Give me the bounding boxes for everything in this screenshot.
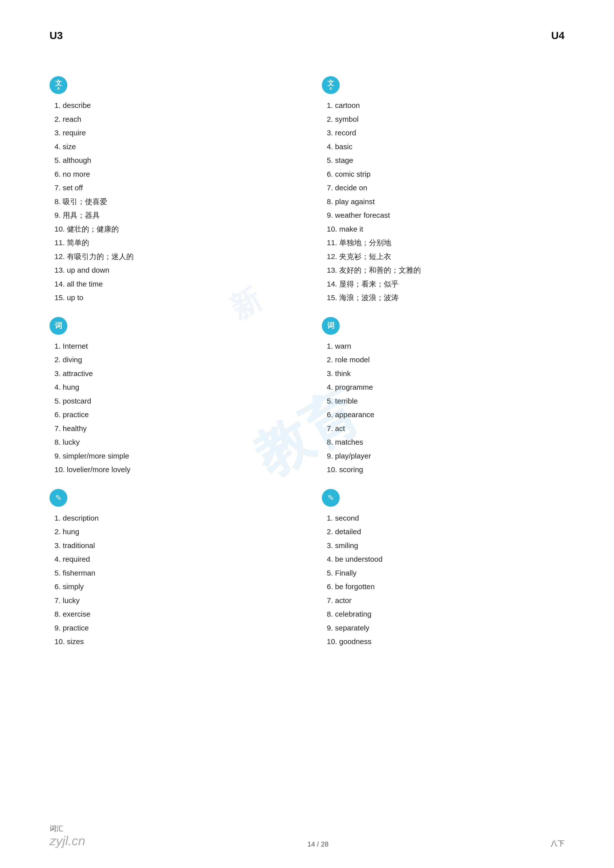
u3-pen-icon: ✎ <box>50 489 67 507</box>
list-item: 10. scoring <box>327 463 564 477</box>
list-item: 2. role model <box>327 353 564 367</box>
content-columns: 文 A 1. describe 2. reach 3. require 4. s… <box>50 76 564 661</box>
list-item: 4. size <box>54 140 292 153</box>
u3-section-audio: 文 A 1. describe 2. reach 3. require 4. s… <box>50 76 292 305</box>
u4-word-icon: 词 <box>322 317 340 335</box>
list-item: 11. 简单的 <box>54 236 292 250</box>
list-item: 7. actor <box>327 594 564 608</box>
col-u4: 文 A 1. cartoon 2. symbol 3. record 4. ba… <box>307 76 564 661</box>
u4-audio-icon: 文 A <box>322 76 340 94</box>
list-item: 8. celebrating <box>327 607 564 621</box>
footer-label: 词汇 <box>50 824 85 833</box>
list-item: 6. no more <box>54 167 292 181</box>
list-item: 7. healthy <box>54 422 292 436</box>
list-item: 1. describe <box>54 98 292 112</box>
list-item: 3. require <box>54 126 292 140</box>
list-item: 10. 健壮的；健康的 <box>54 222 292 236</box>
list-item: 2. hung <box>54 525 292 539</box>
list-item: 5. Finally <box>327 566 564 580</box>
u3-word-icon: 词 <box>50 317 67 335</box>
list-item: 3. traditional <box>54 539 292 553</box>
list-item: 2. diving <box>54 353 292 367</box>
list-item: 8. matches <box>327 435 564 449</box>
list-item: 4. hung <box>54 380 292 394</box>
list-item: 6. practice <box>54 408 292 422</box>
list-item: 1. Internet <box>54 339 292 353</box>
list-item: 8. play against <box>327 195 564 209</box>
u3-audio-icon: 文 A <box>50 76 67 94</box>
u4-section-word: 词 1. warn 2. role model 3. think 4. prog… <box>322 317 564 477</box>
list-item: 5. fisherman <box>54 566 292 580</box>
list-item: 7. set off <box>54 181 292 195</box>
list-item: 14. 显得；看来；似乎 <box>327 277 564 291</box>
list-item: 13. up and down <box>54 263 292 277</box>
footer-right: 八下 <box>550 839 564 848</box>
footer-page: 14 / 28 <box>307 840 328 848</box>
list-item: 8. exercise <box>54 607 292 621</box>
list-item: 3. attractive <box>54 367 292 381</box>
list-item: 5. postcard <box>54 394 292 408</box>
u4-pen-list: 1. second 2. detailed 3. smiling 4. be u… <box>322 511 564 648</box>
header-row: U3 U4 <box>50 30 564 56</box>
list-item: 9. separately <box>327 621 564 635</box>
list-item: 4. required <box>54 552 292 566</box>
list-item: 6. simply <box>54 580 292 594</box>
list-item: 8. 吸引；使喜爱 <box>54 195 292 209</box>
unit-title-u4: U4 <box>551 30 564 42</box>
list-item: 10. make it <box>327 222 564 236</box>
list-item: 10. lovelier/more lovely <box>54 463 292 477</box>
list-item: 10. sizes <box>54 635 292 648</box>
footer-watermark: zyjl.cn <box>50 833 85 848</box>
list-item: 3. smiling <box>327 539 564 553</box>
u3-pen-list: 1. description 2. hung 3. traditional 4.… <box>50 511 292 648</box>
list-item: 9. practice <box>54 621 292 635</box>
list-item: 11. 单独地；分别地 <box>327 236 564 250</box>
list-item: 2. detailed <box>327 525 564 539</box>
list-item: 9. simpler/more simple <box>54 449 292 463</box>
list-item: 6. be forgotten <box>327 580 564 594</box>
list-item: 3. think <box>327 367 564 381</box>
list-item: 7. lucky <box>54 594 292 608</box>
list-item: 7. decide on <box>327 181 564 195</box>
u4-audio-list: 1. cartoon 2. symbol 3. record 4. basic … <box>322 98 564 305</box>
u4-section-audio: 文 A 1. cartoon 2. symbol 3. record 4. ba… <box>322 76 564 305</box>
list-item: 4. basic <box>327 140 564 153</box>
list-item: 15. 海浪；波浪；波涛 <box>327 291 564 305</box>
list-item: 9. 用具；器具 <box>54 208 292 222</box>
list-item: 1. second <box>327 511 564 525</box>
u3-word-list: 1. Internet 2. diving 3. attractive 4. h… <box>50 339 292 477</box>
list-item: 5. stage <box>327 153 564 167</box>
list-item: 10. goodness <box>327 635 564 648</box>
list-item: 12. 夹克衫；短上衣 <box>327 250 564 264</box>
list-item: 2. reach <box>54 112 292 126</box>
u3-section-word: 词 1. Internet 2. diving 3. attractive 4.… <box>50 317 292 477</box>
list-item: 5. terrible <box>327 394 564 408</box>
list-item: 4. programme <box>327 380 564 394</box>
list-item: 7. act <box>327 422 564 436</box>
footer-left: 词汇 zyjl.cn <box>50 824 85 848</box>
list-item: 1. cartoon <box>327 98 564 112</box>
list-item: 4. be understood <box>327 552 564 566</box>
list-item: 5. although <box>54 153 292 167</box>
list-item: 9. weather forecast <box>327 208 564 222</box>
col-u3: 文 A 1. describe 2. reach 3. require 4. s… <box>50 76 307 661</box>
list-item: 1. description <box>54 511 292 525</box>
u4-word-list: 1. warn 2. role model 3. think 4. progra… <box>322 339 564 477</box>
list-item: 6. comic strip <box>327 167 564 181</box>
list-item: 9. play/player <box>327 449 564 463</box>
unit-title-u3: U3 <box>50 30 63 42</box>
u4-section-pen: ✎ 1. second 2. detailed 3. smiling 4. be… <box>322 489 564 648</box>
u4-pen-icon: ✎ <box>322 489 340 507</box>
list-item: 15. up to <box>54 291 292 305</box>
list-item: 14. all the time <box>54 277 292 291</box>
page: 教育 新 U3 U4 文 A 1. describe 2. reach 3. r… <box>0 0 614 868</box>
list-item: 12. 有吸引力的；迷人的 <box>54 250 292 264</box>
footer: 词汇 zyjl.cn 14 / 28 八下 <box>50 824 564 848</box>
list-item: 2. symbol <box>327 112 564 126</box>
u3-section-pen: ✎ 1. description 2. hung 3. traditional … <box>50 489 292 648</box>
u3-audio-list: 1. describe 2. reach 3. require 4. size … <box>50 98 292 305</box>
list-item: 3. record <box>327 126 564 140</box>
list-item: 1. warn <box>327 339 564 353</box>
list-item: 8. lucky <box>54 435 292 449</box>
list-item: 6. appearance <box>327 408 564 422</box>
